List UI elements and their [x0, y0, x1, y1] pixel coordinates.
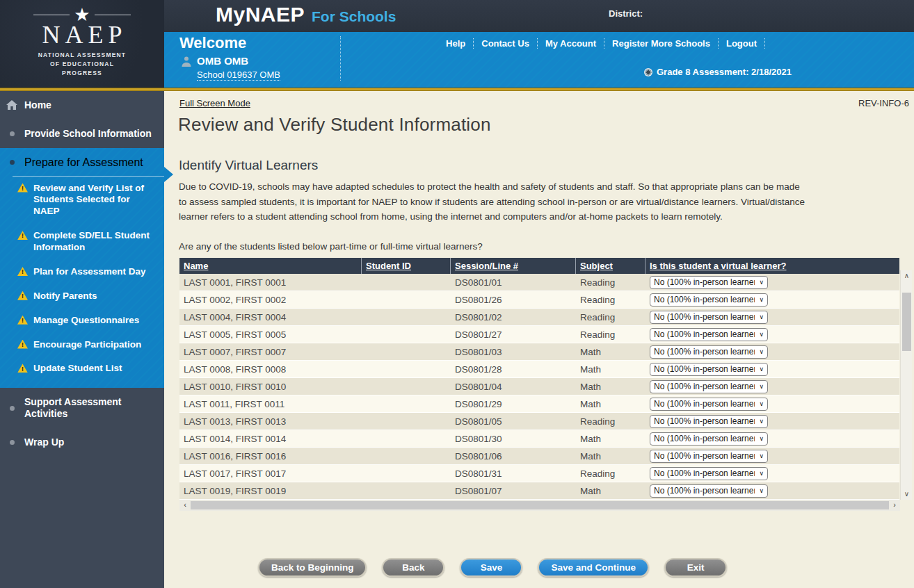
cell-subject: Reading — [576, 465, 646, 482]
cell-virtual-learner: No (100% in-person learner)∨ — [646, 274, 899, 291]
column-header-subject[interactable]: Subject — [576, 258, 646, 274]
warning-icon: ! — [17, 364, 28, 373]
save-and-continue-button[interactable]: Save and Continue — [538, 558, 649, 577]
column-header-name[interactable]: Name — [179, 258, 362, 274]
logo-tagline-line: NATIONAL ASSESSMENT — [0, 51, 164, 60]
table-row: LAST 0008, FIRST 0008DS0801/28MathNo (10… — [179, 361, 899, 378]
sidebar-item-notify-parents[interactable]: !Notify Parents — [0, 284, 164, 309]
scroll-right-icon[interactable]: › — [889, 500, 900, 511]
save-button[interactable]: Save — [460, 558, 522, 577]
cell-name: LAST 0007, FIRST 0007 — [179, 343, 362, 360]
sidebar-item-encourage-participation[interactable]: !Encourage Participation — [0, 333, 164, 357]
table-row: LAST 0010, FIRST 0010DS0801/04MathNo (10… — [179, 378, 899, 395]
sidebar-item-provide-school-information[interactable]: Provide School Information — [0, 120, 164, 148]
virtual-learner-select[interactable]: No (100% in-person learner) — [650, 345, 768, 359]
menu-item-register-more-schools[interactable]: Register More Schools — [604, 38, 719, 49]
virtual-learner-dropdown: No (100% in-person learner)∨ — [650, 293, 768, 307]
virtual-learner-select[interactable]: No (100% in-person learner) — [650, 415, 768, 428]
cell-subject: Math — [576, 448, 646, 464]
sidebar-item-review-and-verify-list-of-students-selected-for-naep[interactable]: !Review and Verify List of Students Sele… — [0, 177, 164, 224]
column-header-is-this-student-a-virtual-learner[interactable]: Is this student a virtual learner? — [646, 258, 899, 274]
cell-subject: Math — [576, 482, 646, 499]
virtual-learner-select[interactable]: No (100% in-person learner) — [650, 380, 768, 393]
column-header-session-line[interactable]: Session/Line # — [451, 258, 576, 274]
cell-subject: Math — [576, 378, 646, 395]
sidebar-item-label: Prepare for Assessment — [24, 156, 143, 169]
vertical-scrollbar-thumb[interactable] — [902, 293, 911, 351]
column-header-student-id[interactable]: Student ID — [362, 258, 451, 274]
virtual-learner-dropdown: No (100% in-person learner)∨ — [650, 363, 768, 376]
cell-virtual-learner: No (100% in-person learner)∨ — [646, 378, 899, 395]
virtual-learner-select[interactable]: No (100% in-person learner) — [650, 467, 768, 480]
virtual-learner-select[interactable]: No (100% in-person learner) — [650, 328, 768, 341]
back-to-beginning-button[interactable]: Back to Beginning — [258, 558, 367, 577]
virtual-learner-select[interactable]: No (100% in-person learner) — [650, 363, 768, 376]
virtual-learner-select[interactable]: No (100% in-person learner) — [650, 311, 768, 324]
sidebar-item-plan-for-assessment-day[interactable]: !Plan for Assessment Day — [0, 260, 164, 284]
menu-item-contact-us[interactable]: Contact Us — [474, 38, 538, 49]
sidebar-item-manage-questionnaires[interactable]: !Manage Questionnaires — [0, 309, 164, 333]
school-link[interactable]: School 019637 OMB — [197, 70, 280, 81]
scroll-left-icon[interactable]: ‹ — [179, 500, 191, 511]
sidebar-item-complete-sd-ell-student-information[interactable]: !Complete SD/ELL Student Information — [0, 224, 164, 260]
cell-virtual-learner: No (100% in-person learner)∨ — [646, 309, 899, 325]
cell-student-id — [362, 361, 451, 377]
sidebar-item-update-student-list[interactable]: !Update Student List — [0, 357, 164, 381]
scroll-down-icon[interactable]: ∨ — [901, 489, 913, 500]
virtual-learner-dropdown: No (100% in-person learner)∨ — [650, 345, 768, 359]
full-screen-mode-link[interactable]: Full Screen Mode — [179, 98, 250, 108]
cell-subject: Reading — [576, 326, 646, 343]
student-table: NameStudent IDSession/Line #SubjectIs th… — [179, 258, 899, 500]
virtual-learner-select[interactable]: No (100% in-person learner) — [650, 450, 768, 463]
user-icon — [181, 56, 192, 67]
horizontal-scrollbar[interactable]: ‹ › — [179, 500, 900, 511]
virtual-learner-select[interactable]: No (100% in-person learner) — [650, 398, 768, 411]
virtual-learner-dropdown: No (100% in-person learner)∨ — [650, 432, 768, 446]
scroll-up-icon[interactable]: ∧ — [901, 270, 913, 281]
table-row: LAST 0007, FIRST 0007DS0801/03MathNo (10… — [179, 343, 899, 361]
cell-subject: Math — [576, 343, 646, 360]
cell-name: LAST 0011, FIRST 0011 — [179, 395, 362, 412]
virtual-learner-select[interactable]: No (100% in-person learner) — [650, 293, 768, 307]
cell-student-id — [362, 395, 451, 412]
virtual-learner-select[interactable]: No (100% in-person learner) — [650, 484, 768, 498]
sidebar-item-label: Encourage Participation — [33, 339, 141, 351]
section-title: Identify Virtual Learners — [179, 158, 318, 173]
cell-subject: Math — [576, 395, 646, 412]
sidebar-item-support-assessment-activities[interactable]: Support Assessment Activities — [0, 388, 164, 428]
cell-virtual-learner: No (100% in-person learner)∨ — [646, 465, 899, 482]
vertical-scrollbar[interactable]: ∧ ∨ — [900, 270, 912, 500]
menu-item-help[interactable]: Help — [438, 38, 474, 49]
virtual-learner-select[interactable]: No (100% in-person learner) — [650, 432, 768, 446]
sidebar-item-wrap-up[interactable]: Wrap Up — [0, 428, 164, 457]
back-button[interactable]: Back — [382, 558, 444, 577]
assessment-radio-icon[interactable] — [644, 68, 652, 76]
table-row: LAST 0005, FIRST 0005DS0801/27ReadingNo … — [179, 326, 899, 343]
table-row: LAST 0014, FIRST 0014DS0801/30MathNo (10… — [179, 430, 899, 448]
cell-virtual-learner: No (100% in-person learner)∨ — [646, 361, 899, 377]
naep-logo: ★ NAEP NATIONAL ASSESSMENT OF EDUCATIONA… — [0, 0, 164, 90]
sidebar-item-home[interactable]: Home — [0, 91, 164, 120]
menu-item-my-account[interactable]: My Account — [538, 38, 604, 49]
logo-line-right — [95, 15, 131, 15]
sidebar-item-prepare-for-assessment[interactable]: Prepare for Assessment — [0, 148, 164, 176]
cell-student-id — [362, 309, 451, 325]
page-code: REV-INFO-6 — [858, 98, 909, 108]
cell-subject: Math — [576, 361, 646, 377]
cell-session-line: DS0801/03 — [451, 343, 576, 360]
cell-subject: Math — [576, 430, 646, 447]
welcome-title: Welcome — [179, 34, 246, 52]
cell-name: LAST 0001, FIRST 0001 — [179, 274, 362, 291]
cell-session-line: DS0801/01 — [451, 274, 576, 291]
cell-name: LAST 0010, FIRST 0010 — [179, 378, 362, 395]
cell-session-line: DS0801/28 — [451, 361, 576, 377]
cell-student-id — [362, 482, 451, 499]
sidebar-item-label: Review and Verify List of Students Selec… — [33, 183, 157, 218]
cell-name: LAST 0013, FIRST 0013 — [179, 413, 362, 430]
menu-item-logout[interactable]: Logout — [719, 38, 765, 49]
sidebar-active-section: Prepare for Assessment !Review and Verif… — [0, 148, 164, 389]
cell-session-line: DS0801/02 — [451, 309, 576, 325]
horizontal-scrollbar-thumb[interactable] — [191, 501, 889, 509]
exit-button[interactable]: Exit — [664, 558, 727, 577]
virtual-learner-select[interactable]: No (100% in-person learner) — [650, 276, 768, 289]
